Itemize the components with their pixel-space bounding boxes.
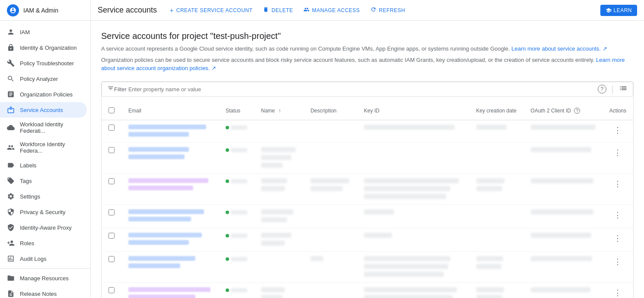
row-checkbox[interactable]: [108, 147, 115, 153]
row-checkbox[interactable]: [108, 233, 115, 239]
actions-cell: ⋮: [603, 142, 633, 173]
blurred-email: [128, 125, 206, 129]
learn-btn-label: LEARN: [613, 7, 632, 13]
status-cell: [219, 142, 254, 173]
key-date-cell: [469, 120, 524, 142]
sidebar-item-workload-identity[interactable]: Workload Identity Federati...: [0, 118, 87, 138]
sidebar-item-roles[interactable]: Roles: [0, 235, 87, 251]
row-actions-button[interactable]: ⋮: [611, 287, 624, 298]
delete-button[interactable]: DELETE: [258, 4, 297, 16]
email-cell: [121, 282, 219, 298]
name-sub1: [261, 217, 287, 222]
sidebar-item-label-settings: Settings: [20, 193, 40, 200]
key-id-cell: [357, 282, 469, 298]
learn-service-accounts-link[interactable]: Learn more about service accounts. ↗: [511, 45, 607, 52]
key-date-cell: [469, 228, 524, 251]
column-toggle-icon[interactable]: [619, 84, 628, 95]
row-checkbox[interactable]: [108, 209, 115, 215]
refresh-button[interactable]: REFRESH: [366, 4, 410, 16]
status-text: [231, 148, 247, 152]
filter-input[interactable]: [128, 86, 598, 93]
email-cell: [121, 205, 219, 228]
oauth-text: [531, 125, 596, 130]
delete-icon: [263, 6, 269, 14]
sidebar-item-settings[interactable]: Settings: [0, 189, 87, 204]
row-actions-button[interactable]: ⋮: [611, 125, 624, 136]
select-all-checkbox[interactable]: [108, 107, 115, 113]
status-dot-active: [226, 148, 229, 152]
status-badge: [226, 179, 247, 183]
row-checkbox[interactable]: [108, 256, 115, 262]
description-cell: [303, 251, 357, 282]
row-actions-button[interactable]: ⋮: [611, 233, 624, 244]
desc-line1: [310, 256, 323, 261]
key-date-cell: [469, 205, 524, 228]
name-column-header[interactable]: Name ↑: [254, 102, 303, 120]
create-service-account-button[interactable]: + CREATE SERVICE ACCOUNT: [166, 4, 257, 16]
content-area: Service accounts for project "test-push-…: [91, 21, 644, 298]
table-row: ⋮: [102, 205, 633, 228]
app-logo: [7, 4, 19, 16]
sidebar-item-org-policies[interactable]: Organization Policies: [0, 87, 87, 102]
email-cell: [121, 120, 219, 142]
row-checkbox[interactable]: [108, 125, 115, 131]
row-checkbox-cell: [102, 205, 121, 228]
key-id-line3: [364, 272, 444, 277]
row-actions-button[interactable]: ⋮: [611, 209, 624, 221]
sidebar-item-policy-analyzer[interactable]: Policy Analyzer: [0, 71, 87, 87]
row-actions-button[interactable]: ⋮: [611, 178, 624, 189]
lock-icon: [7, 44, 15, 51]
row-checkbox-cell: [102, 251, 121, 282]
sidebar-item-tags[interactable]: Tags: [0, 173, 87, 189]
learn-button[interactable]: LEARN: [600, 5, 637, 16]
key-date-cell: [469, 142, 524, 173]
manage-access-button[interactable]: MANAGE ACCESS: [299, 4, 364, 16]
sidebar-item-identity-aware-proxy[interactable]: Identity-Aware Proxy: [0, 220, 87, 235]
sidebar-item-label-roles: Roles: [20, 240, 34, 247]
sidebar-item-iam[interactable]: IAM: [0, 24, 87, 40]
key-date-line2: [476, 186, 502, 191]
sidebar-item-audit-logs[interactable]: Audit Logs: [0, 251, 87, 266]
blurred-email-sub: [128, 217, 191, 221]
description-cell: [303, 228, 357, 251]
sidebar-item-identity-org[interactable]: Identity & Organization: [0, 40, 87, 55]
app-title: IAM & Admin: [23, 7, 58, 14]
key-id-line1: [364, 256, 450, 261]
sidebar-item-manage-resources[interactable]: Manage Resources: [0, 270, 87, 286]
email-cell: [121, 142, 219, 173]
name-sub2: [261, 163, 283, 168]
description-column-header: Description: [303, 102, 357, 120]
name-cell: [254, 120, 303, 142]
description-cell: [303, 205, 357, 228]
key-date-text: [476, 125, 507, 130]
desc-line1: [310, 178, 349, 183]
key-id-line2: [364, 264, 448, 269]
oauth2-client-id-column-header: OAuth 2 Client ID ?: [524, 102, 603, 120]
page-title: Service accounts: [98, 6, 157, 15]
sidebar-item-workforce-identity[interactable]: Workforce Identity Federa...: [0, 138, 87, 157]
status-dot-active: [226, 234, 229, 237]
row-checkbox-cell: [102, 228, 121, 251]
row-checkbox[interactable]: [108, 287, 115, 293]
sidebar-item-label-tags: Tags: [20, 178, 32, 184]
tag-icon: [7, 177, 15, 185]
sidebar-item-policy-troubleshooter[interactable]: Policy Troubleshooter: [0, 55, 87, 71]
key-id-cell: [357, 205, 469, 228]
name-text: [261, 147, 296, 152]
row-actions-button[interactable]: ⋮: [611, 147, 624, 158]
sidebar-item-service-accounts[interactable]: Service Accounts: [0, 102, 87, 118]
sidebar-item-labels[interactable]: Labels: [0, 157, 87, 173]
groups-icon: [7, 144, 15, 151]
sidebar-item-release-notes[interactable]: Release Notes: [0, 286, 87, 298]
row-checkbox[interactable]: [108, 178, 115, 184]
page-description-1: A service account represents a Google Cl…: [101, 45, 634, 53]
name-sub1: [261, 240, 285, 246]
status-cell: [219, 120, 254, 142]
sidebar-item-privacy-security[interactable]: Privacy & Security: [0, 204, 87, 220]
help-icon[interactable]: ?: [598, 85, 606, 93]
oauth-cell: [524, 120, 603, 142]
status-text: [231, 257, 247, 261]
row-actions-button[interactable]: ⋮: [611, 256, 624, 267]
oauth-text: [531, 233, 591, 238]
oauth-help-icon[interactable]: ?: [574, 108, 580, 114]
